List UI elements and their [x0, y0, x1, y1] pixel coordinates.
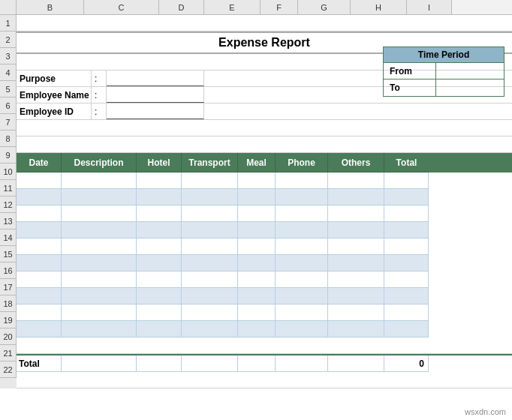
cell-10-meal[interactable] [238, 172, 276, 189]
cell-17-date[interactable] [17, 288, 62, 304]
cell-17-desc[interactable] [62, 288, 137, 304]
cell-19-phone[interactable] [276, 321, 328, 338]
cell-14-phone[interactable] [276, 238, 328, 255]
cell-13-others[interactable] [328, 222, 384, 238]
cell-10-date[interactable] [17, 172, 62, 189]
cell-14-meal[interactable] [238, 238, 276, 255]
cell-13-transport[interactable] [182, 222, 238, 238]
cell-15-date[interactable] [17, 255, 62, 272]
cell-10-total[interactable] [384, 172, 429, 189]
cell-16-desc[interactable] [62, 272, 137, 288]
cell-16-total[interactable] [384, 272, 429, 288]
cell-18-desc[interactable] [62, 304, 137, 321]
col-header-h: H [351, 0, 407, 14]
cell-17-transport[interactable] [182, 288, 238, 304]
cell-17-total[interactable] [384, 288, 429, 304]
cell-16-meal[interactable] [238, 272, 276, 288]
cell-17-phone[interactable] [276, 288, 328, 304]
cell-13-phone[interactable] [276, 222, 328, 238]
cell-14-others[interactable] [328, 238, 384, 255]
header-transport: Transport [182, 153, 238, 172]
cell-13-total[interactable] [384, 222, 429, 238]
cell-12-meal[interactable] [238, 206, 276, 222]
cell-11-others[interactable] [328, 189, 384, 206]
cell-15-meal[interactable] [238, 255, 276, 272]
row-num-4: 4 [0, 64, 17, 81]
cell-11-hotel[interactable] [137, 189, 182, 206]
cell-18-transport[interactable] [182, 304, 238, 321]
cell-18-phone[interactable] [276, 304, 328, 321]
cell-14-hotel[interactable] [137, 238, 182, 255]
cell-12-total[interactable] [384, 206, 429, 222]
row-8 [17, 136, 512, 153]
cell-18-date[interactable] [17, 304, 62, 321]
cell-15-others[interactable] [328, 255, 384, 272]
row-7 [17, 120, 512, 136]
employee-name-value[interactable] [107, 87, 204, 103]
cell-13-meal[interactable] [238, 222, 276, 238]
cell-19-date[interactable] [17, 321, 62, 338]
cell-15-total[interactable] [384, 255, 429, 272]
cell-11-transport[interactable] [182, 189, 238, 206]
cell-12-transport[interactable] [182, 206, 238, 222]
cell-12-phone[interactable] [276, 206, 328, 222]
cell-18-total[interactable] [384, 304, 429, 321]
cell-11-date[interactable] [17, 189, 62, 206]
data-row-13 [17, 222, 512, 238]
data-row-14 [17, 238, 512, 255]
cell-13-desc[interactable] [62, 222, 137, 238]
cell-10-others[interactable] [328, 172, 384, 189]
cell-14-total[interactable] [384, 238, 429, 255]
cell-17-hotel[interactable] [137, 288, 182, 304]
cell-19-transport[interactable] [182, 321, 238, 338]
cell-11-total[interactable] [384, 189, 429, 206]
cell-15-hotel[interactable] [137, 255, 182, 272]
cell-19-others[interactable] [328, 321, 384, 338]
cell-18-meal[interactable] [238, 304, 276, 321]
row-20 [17, 338, 512, 354]
cell-19-hotel[interactable] [137, 321, 182, 338]
row-num-14: 14 [0, 230, 17, 246]
cell-19-total[interactable] [384, 321, 429, 338]
cell-22 [17, 372, 512, 388]
cell-13-date[interactable] [17, 222, 62, 238]
total-transport [182, 356, 238, 372]
cell-15-desc[interactable] [62, 255, 137, 272]
cell-18-hotel[interactable] [137, 304, 182, 321]
cell-15-phone[interactable] [276, 255, 328, 272]
cell-10-desc[interactable] [62, 172, 137, 189]
cell-10-hotel[interactable] [137, 172, 182, 189]
cell-15-transport[interactable] [182, 255, 238, 272]
cell-16-hotel[interactable] [137, 272, 182, 288]
cell-17-others[interactable] [328, 288, 384, 304]
cell-13-hotel[interactable] [137, 222, 182, 238]
cell-16-transport[interactable] [182, 272, 238, 288]
cell-10-phone[interactable] [276, 172, 328, 189]
row-num-13: 13 [0, 213, 17, 230]
cell-17-meal[interactable] [238, 288, 276, 304]
row-num-11: 11 [0, 180, 17, 196]
employee-id-value[interactable] [107, 104, 204, 119]
cell-14-transport[interactable] [182, 238, 238, 255]
cell-19-meal[interactable] [238, 321, 276, 338]
col-header-d: D [159, 0, 204, 14]
cell-14-desc[interactable] [62, 238, 137, 255]
purpose-value[interactable] [107, 70, 204, 86]
cell-16-others[interactable] [328, 272, 384, 288]
cell-10-transport[interactable] [182, 172, 238, 189]
data-row-16 [17, 272, 512, 288]
cell-11-meal[interactable] [238, 189, 276, 206]
cell-18-others[interactable] [328, 304, 384, 321]
cell-16-date[interactable] [17, 272, 62, 288]
cell-14-date[interactable] [17, 238, 62, 255]
cell-16-phone[interactable] [276, 272, 328, 288]
cell-12-date[interactable] [17, 206, 62, 222]
cell-12-hotel[interactable] [137, 206, 182, 222]
cell-11-phone[interactable] [276, 189, 328, 206]
cell-12-others[interactable] [328, 206, 384, 222]
cell-11-desc[interactable] [62, 189, 137, 206]
time-period-to-value[interactable] [436, 80, 504, 96]
time-period-from-value[interactable] [436, 63, 504, 79]
cell-12-desc[interactable] [62, 206, 137, 222]
cell-19-desc[interactable] [62, 321, 137, 338]
